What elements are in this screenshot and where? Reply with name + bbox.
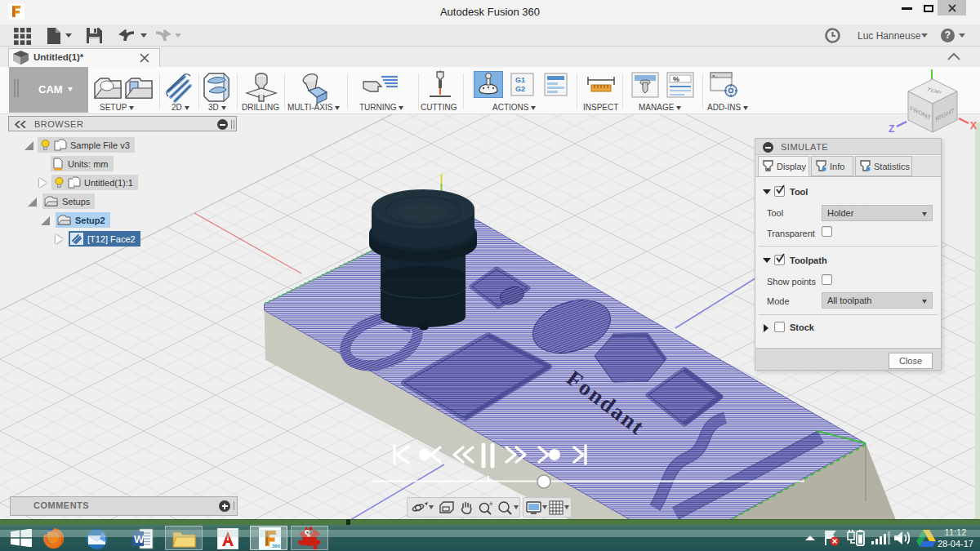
svg-text:±: ±: [489, 500, 493, 507]
svg-text:W: W: [134, 533, 145, 545]
svg-text:Z: Z: [889, 123, 894, 135]
svg-text:X: X: [970, 120, 977, 131]
svg-text:%: %: [673, 75, 679, 83]
svg-text:G2: G2: [515, 85, 525, 93]
svg-text:360: 360: [272, 544, 281, 549]
svg-text:>_: >_: [712, 73, 719, 78]
svg-text:G1: G1: [515, 76, 525, 84]
